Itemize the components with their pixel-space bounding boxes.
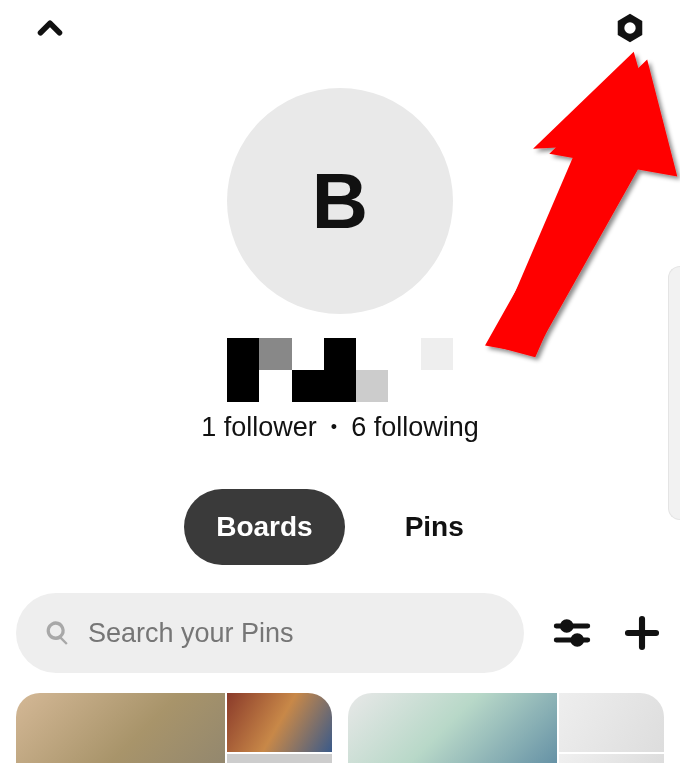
board-card[interactable] <box>16 693 332 763</box>
tab-boards[interactable]: Boards <box>184 489 344 565</box>
search-input[interactable] <box>88 618 496 649</box>
board-side <box>559 693 664 763</box>
avatar-initial: B <box>312 156 368 247</box>
stats-row: 1 follower • 6 following <box>0 412 680 443</box>
followers-count: 1 <box>201 412 216 442</box>
avatar-section: B <box>0 88 680 314</box>
svg-point-0 <box>624 22 635 33</box>
board-thumb <box>227 754 332 763</box>
following-link[interactable]: 6 following <box>351 412 479 443</box>
following-count: 6 <box>351 412 366 442</box>
board-card[interactable] <box>348 693 664 763</box>
following-label: following <box>374 412 479 442</box>
followers-label: follower <box>224 412 317 442</box>
board-cover <box>348 693 557 763</box>
board-thumb <box>559 693 664 752</box>
search-box[interactable] <box>16 593 524 673</box>
svg-point-2 <box>562 622 571 631</box>
username-redacted <box>227 338 453 402</box>
followers-link[interactable]: 1 follower <box>201 412 317 443</box>
board-side <box>227 693 332 763</box>
board-cover <box>16 693 225 763</box>
board-grid <box>0 673 680 763</box>
top-bar <box>0 0 680 48</box>
profile-tabs: Boards Pins <box>0 489 680 565</box>
plus-icon <box>621 612 663 654</box>
search-icon <box>44 619 72 647</box>
search-row <box>0 593 680 673</box>
scroll-indicator <box>668 266 680 520</box>
filter-button[interactable] <box>550 611 594 655</box>
tab-pins[interactable]: Pins <box>373 489 496 565</box>
settings-button[interactable] <box>610 8 650 48</box>
board-thumb <box>559 754 664 763</box>
sliders-icon <box>551 612 593 654</box>
separator-dot: • <box>331 417 337 438</box>
board-thumb <box>227 693 332 752</box>
add-button[interactable] <box>620 611 664 655</box>
chevron-up-icon <box>31 9 69 47</box>
svg-point-4 <box>573 636 582 645</box>
avatar[interactable]: B <box>227 88 453 314</box>
collapse-button[interactable] <box>30 8 70 48</box>
gear-icon <box>613 11 647 45</box>
